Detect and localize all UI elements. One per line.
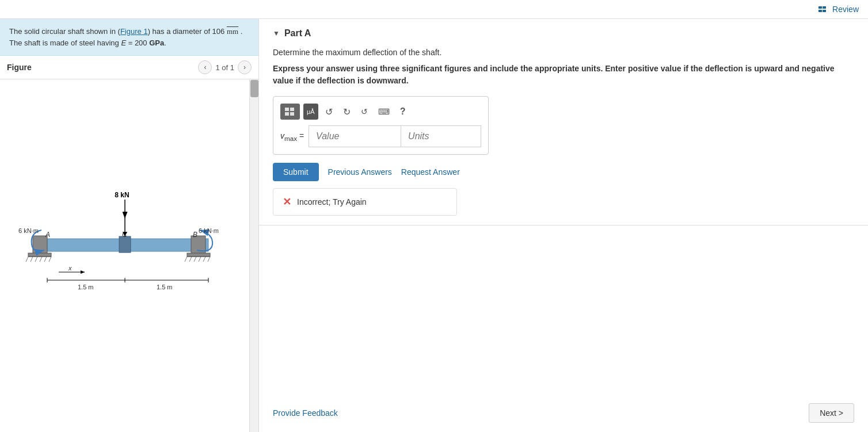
next-label: Next > [820,408,843,418]
prev-figure-btn[interactable]: ‹ [198,60,212,74]
figure-link[interactable]: Figure 1 [120,27,148,36]
svg-text:x: x [68,265,72,272]
submit-label: Submit [283,167,309,177]
feedback-link[interactable]: Provide Feedback [273,408,338,418]
svg-text:B: B [193,231,197,239]
feedback-label: Provide Feedback [273,408,338,418]
figure-diagram: 8 kN [16,187,234,325]
figure-title: Figure [7,63,32,72]
svg-rect-0 [818,6,822,9]
matrix-icon-btn[interactable] [280,104,300,120]
toolbar: μÅ ↺ ↻ ↺ ⌨ ? [280,104,481,120]
unit-mm: mm [227,27,238,36]
input-row: vmax = [280,125,481,147]
svg-line-13 [40,257,42,262]
keyboard-btn[interactable]: ⌨ [375,104,393,120]
svg-rect-25 [119,236,131,253]
question-text: Determine the maximum deflection of the … [273,48,854,57]
result-text: Incorrect; Try Again [297,197,367,207]
request-answer-link[interactable]: Request Answer [401,167,460,177]
right-panel: ▼ Part A Determine the maximum deflectio… [259,19,868,432]
svg-line-15 [49,257,51,262]
question-instruction: Express your answer using three signific… [273,63,854,87]
redo-btn[interactable]: ↻ [340,104,354,120]
previous-answers-link[interactable]: Previous Answers [328,167,392,177]
left-panel: The solid circular shaft shown in (Figur… [0,19,259,432]
figure-link-text: Figure 1 [120,27,148,36]
svg-rect-2 [818,10,822,12]
review-icon [818,6,828,13]
input-label: vmax = [280,131,304,142]
problem-text: The solid circular shaft shown in (Figur… [0,19,258,56]
svg-line-24 [208,257,210,262]
svg-text:8 kN: 8 kN [115,191,129,199]
part-header: ▼ Part A [273,28,854,39]
svg-line-22 [199,257,201,262]
svg-text:6 kN·m: 6 kN·m [18,227,39,234]
svg-rect-46 [290,108,294,111]
next-btn[interactable]: Next > [809,403,854,423]
svg-text:1.5 m: 1.5 m [157,284,173,290]
svg-rect-8 [28,253,51,257]
svg-rect-1 [823,6,826,9]
units-btn[interactable]: μÅ [303,104,318,120]
scrollbar-thumb[interactable] [250,80,258,97]
review-link[interactable]: Review [818,5,859,14]
unit-gpa: GPa [149,39,164,47]
svg-rect-17 [187,253,210,257]
top-bar: Review [0,0,868,19]
result-box: ✕ Incorrect; Try Again [273,188,457,216]
submit-btn[interactable]: Submit [273,163,319,181]
answer-box: μÅ ↺ ↻ ↺ ⌨ ? vmax = [273,96,489,155]
part-title: Part A [284,28,311,39]
figure-section: Figure ‹ 1 of 1 › 8 kN [0,56,258,432]
review-label: Review [832,5,859,14]
collapse-arrow-icon[interactable]: ▼ [273,29,280,37]
svg-line-23 [203,257,205,262]
svg-rect-45 [285,108,289,111]
request-answer-label: Request Answer [401,167,460,177]
svg-line-12 [35,257,37,262]
svg-text:1.5 m: 1.5 m [78,284,94,290]
submit-row: Submit Previous Answers Request Answer [273,163,854,181]
svg-line-14 [44,257,47,262]
previous-answers-label: Previous Answers [328,167,392,177]
svg-text:A: A [45,231,50,239]
next-figure-btn[interactable]: › [238,60,252,74]
figure-header: Figure ‹ 1 of 1 › [0,56,258,79]
figure-nav: ‹ 1 of 1 › [198,60,252,74]
figure-count: 1 of 1 [215,63,234,72]
e-value: E [121,39,126,47]
svg-rect-47 [285,112,289,116]
figure-svg-container: 8 kN [0,79,249,432]
x-icon: ✕ [283,196,291,208]
footer: Provide Feedback Next > [259,394,868,432]
svg-marker-34 [81,270,85,274]
part-section: ▼ Part A Determine the maximum deflectio… [259,19,868,225]
units-input[interactable] [401,125,481,147]
svg-line-20 [189,257,192,262]
value-input[interactable] [309,125,401,147]
svg-rect-3 [823,10,826,12]
help-btn[interactable]: ? [397,104,409,120]
figure-canvas: 8 kN [0,79,258,432]
subscript-max: max [284,134,297,142]
svg-rect-48 [290,112,294,116]
svg-line-10 [26,257,28,262]
svg-line-11 [31,257,33,262]
scrollbar[interactable] [249,79,258,432]
refresh-btn[interactable]: ↺ [357,104,371,120]
svg-line-19 [185,257,187,262]
svg-line-21 [194,257,196,262]
svg-text:6 kN·m: 6 kN·m [199,227,219,234]
main-layout: The solid circular shaft shown in (Figur… [0,19,868,432]
undo-btn[interactable]: ↺ [322,104,336,120]
